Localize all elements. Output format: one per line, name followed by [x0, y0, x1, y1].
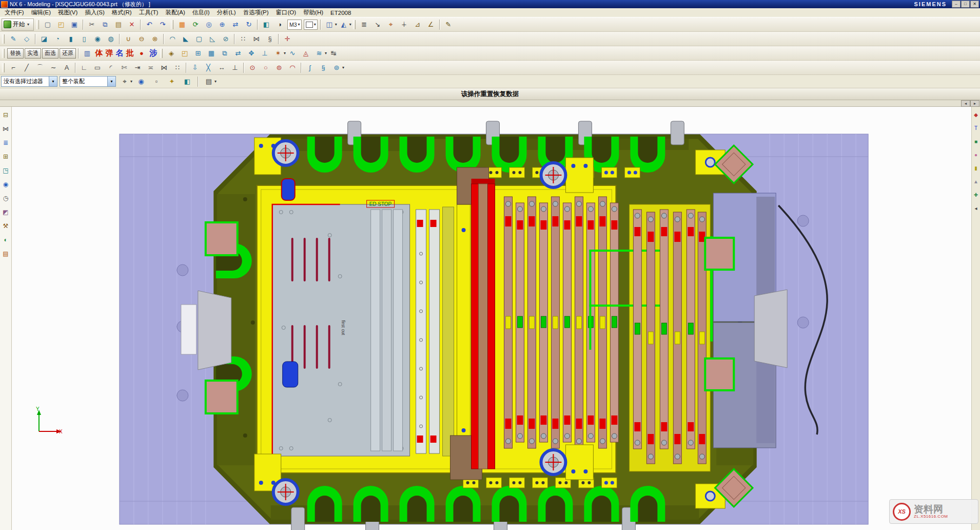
find-component-icon[interactable]: ◈	[165, 47, 178, 60]
line-icon[interactable]: ╱	[20, 62, 33, 74]
sequence-icon-group[interactable]: ≋▾	[312, 47, 327, 60]
menu-edit[interactable]: 编辑(E)	[28, 8, 54, 17]
replace-button[interactable]: 替换	[7, 48, 24, 59]
copy-icon[interactable]: ⧉	[99, 18, 112, 31]
toolbar-grip[interactable]	[160, 49, 163, 58]
ellipse-icon[interactable]: ⊜	[272, 62, 286, 74]
toolbar-grip[interactable]	[171, 20, 173, 29]
thread-icon[interactable]: §	[263, 33, 277, 45]
pattern-component-icon[interactable]: ⧉	[218, 47, 231, 60]
reuse-library-icon[interactable]: ⊞	[0, 152, 11, 162]
shaded-display-icon[interactable]: ◧	[260, 18, 273, 31]
move-to-layer-icon[interactable]: ↘	[371, 18, 384, 31]
add-component-icon[interactable]: ⊞	[191, 47, 205, 60]
constraint-icon[interactable]: ⊥	[228, 62, 242, 74]
shaded-pick-icon[interactable]: ◧	[181, 75, 194, 88]
datum-csys-icon[interactable]: ⌖	[384, 18, 398, 31]
pan-view-icon[interactable]: ⇄	[229, 18, 242, 31]
dropdown-arrow-icon[interactable]: ▾	[313, 22, 317, 27]
sketch-icon[interactable]: ✎	[7, 33, 20, 45]
fillet-icon[interactable]: ◜	[104, 62, 117, 74]
menu-file[interactable]: 文件(F)	[1, 8, 28, 17]
wave-geometry-icon[interactable]: ∿	[286, 47, 299, 60]
magnify-icon[interactable]: ◉	[134, 75, 148, 88]
conic-icon[interactable]: ◠	[286, 62, 299, 74]
anchor-tool-icon[interactable]: ✚	[971, 191, 980, 199]
palettes-icon[interactable]: ▤	[0, 249, 11, 259]
constraint-navigator-icon[interactable]: ⋈	[0, 124, 11, 134]
mirror-curve-icon[interactable]: ⋈	[158, 62, 171, 74]
measure-distance-icon[interactable]: ⊿	[411, 18, 424, 31]
replace-component-icon[interactable]: ⇄	[231, 47, 245, 60]
revolve-icon[interactable]: ◔	[51, 33, 64, 45]
snap-point-icon[interactable]: ⌖	[118, 75, 131, 88]
sequence-icon[interactable]: ≋	[312, 47, 326, 60]
solid-box-icon[interactable]: ■	[971, 138, 980, 146]
cylinder-tool-icon[interactable]: ▮	[971, 164, 980, 173]
menu-insert[interactable]: 插入(S)	[81, 8, 108, 17]
cylinder-icon[interactable]: ▯	[77, 33, 91, 45]
menus-icon-group[interactable]: ▤▾	[202, 75, 217, 88]
save-icon[interactable]: ▣	[68, 18, 81, 31]
collapse-panel-icon[interactable]: ◂	[971, 204, 980, 213]
offset-curve-icon[interactable]: ≍	[144, 62, 158, 74]
dropdown-arrow-icon[interactable]: ▾	[214, 79, 217, 84]
arc-icon[interactable]: ⌒	[33, 62, 47, 74]
viewport[interactable]: first cut	[12, 107, 971, 530]
orient-view-icon-group[interactable]: ◭▾	[337, 18, 351, 31]
dimension-icon[interactable]: ↔	[215, 62, 228, 74]
shell-icon[interactable]: ▢	[192, 33, 206, 45]
menu-tools[interactable]: 工具(T)	[135, 8, 162, 17]
text-icon[interactable]: A	[60, 62, 73, 74]
selection-scope-arrow-icon[interactable]: ▾	[107, 77, 115, 86]
selection-scope-dropdown[interactable]: 整个装配 ▾	[60, 76, 116, 87]
studio-spline-icon[interactable]: ʃ	[303, 62, 317, 74]
menu-format[interactable]: 格式(R)	[108, 8, 135, 17]
menu-window[interactable]: 窗口(O)	[272, 8, 300, 17]
red-dot-icon[interactable]: ●	[135, 47, 148, 60]
system-materials-icon[interactable]: ◩	[0, 207, 11, 217]
batch-char-button[interactable]: 批	[125, 48, 135, 59]
dialog-rail-icon[interactable]: ◆	[971, 111, 980, 119]
clearance-icon[interactable]: ↹	[327, 47, 340, 60]
boss-icon[interactable]: ◍	[104, 33, 117, 45]
maximize-button[interactable]: □	[961, 1, 970, 8]
annotation-tool-icon[interactable]: T	[971, 124, 980, 132]
new-file-icon[interactable]: ▢	[41, 18, 54, 31]
hole-icon[interactable]: ◉	[91, 33, 104, 45]
solid-select-button[interactable]: 实透	[25, 48, 41, 59]
interference-check-icon[interactable]: ◬	[299, 47, 312, 60]
subtract-icon[interactable]: ⊖	[135, 33, 148, 45]
more-curves-dropdown[interactable]: ⊚	[330, 62, 343, 74]
object-color-dropdown[interactable]: ▾	[304, 20, 318, 30]
dropdown-arrow-icon[interactable]: ▾	[349, 22, 351, 27]
display-mode-icon[interactable]: ◑	[273, 18, 286, 31]
assembly-navigator-icon[interactable]: ⊟	[0, 110, 11, 120]
extrude-icon[interactable]: ◪	[37, 33, 51, 45]
profile-icon[interactable]: ⌐	[7, 62, 20, 74]
helix-icon[interactable]: §	[317, 62, 330, 74]
crosshair-icon[interactable]: ✛	[281, 33, 294, 45]
orient-view-icon[interactable]: ◭	[337, 18, 350, 31]
instance-pattern-icon[interactable]: ∷	[237, 33, 250, 45]
extend-icon[interactable]: ⇥	[131, 62, 144, 74]
trim-curve-icon[interactable]: ✄	[117, 62, 131, 74]
menu-information[interactable]: 信息(I)	[189, 8, 213, 17]
pattern-curve-icon[interactable]: ∷	[171, 62, 184, 74]
graphics-window[interactable]: first cut	[12, 107, 971, 530]
assembly-constraints-icon[interactable]: ⊥	[258, 47, 271, 60]
rendering-style-dropdown[interactable]: M3▾	[287, 20, 302, 30]
undo-icon[interactable]: ↶	[143, 18, 156, 31]
refresh-view-icon[interactable]: ⟳	[189, 18, 202, 31]
delete-icon[interactable]: ✕	[125, 18, 139, 31]
web-browser-icon[interactable]: ◉	[0, 179, 11, 190]
mirror-feature-icon[interactable]: ⋈	[250, 33, 263, 45]
name-char-button[interactable]: 名	[114, 48, 125, 59]
highlight-icon[interactable]: ✦	[165, 75, 179, 88]
open-component-icon[interactable]: ◰	[178, 47, 191, 60]
menu-et2008[interactable]: ET2008	[327, 9, 355, 16]
helper-pencil-icon[interactable]: ✎	[442, 18, 455, 31]
rectangle-icon[interactable]: ▭	[91, 62, 104, 74]
menus-icon[interactable]: ▤	[202, 75, 215, 88]
fit-view-icon[interactable]: ◎	[202, 18, 215, 31]
